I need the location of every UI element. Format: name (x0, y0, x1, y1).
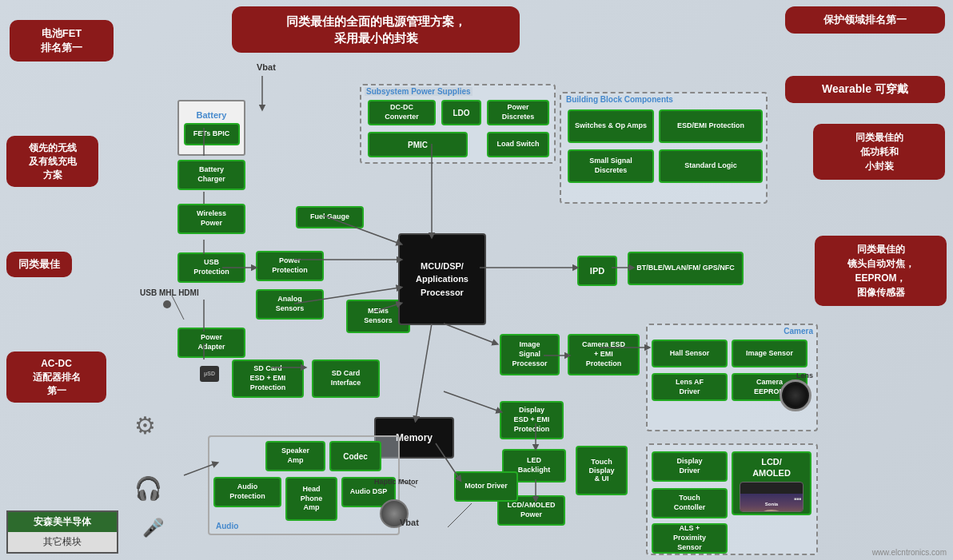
vbat-label-bottom: Vbat (400, 518, 419, 527)
load-switch: Load Switch (487, 132, 549, 157)
camera-label: Camera (784, 327, 813, 336)
connector-dot (163, 300, 171, 308)
camera-container: Camera Hall Sensor Image Sensor Lens AF … (646, 324, 818, 431)
headphone-icon: 🎧 (134, 475, 162, 502)
standard-logic: Standard Logic (659, 149, 763, 183)
battery-charger: Battery Charger (177, 160, 245, 190)
bt-ble-wlan: BT/BLE/WLAN/FM/ GPS/NFC (628, 252, 744, 285)
audio-protection: Audio Protection (213, 477, 281, 507)
callout-right-low: 同类最佳的低功耗和小封装 (813, 124, 945, 180)
usb-mhl-hdmi-label: USB MHL HDMI (140, 288, 199, 299)
haptic-motor-label: Haptic Motor (374, 478, 418, 486)
lcd-amoled: LCD/ AMOLED ■■■ Sonia (732, 451, 811, 515)
wireless-power: Wireless Power (177, 204, 245, 234)
hall-sensor: Hall Sensor (652, 340, 728, 367)
lens-label: Lens (796, 371, 813, 379)
speaker-amp: Speaker Amp (265, 441, 325, 471)
vbat-label-top: Vbat (257, 62, 276, 72)
diagram-container: 同类最佳的全面的电源管理方案， 采用最小的封装 保护领域排名第一 Wearabl… (0, 0, 953, 560)
building-block-container: Building Block Components Switches & Op … (560, 92, 768, 204)
audio-label: Audio (216, 522, 238, 530)
microsd-icon: μSD (200, 366, 219, 382)
pmic: PMIC (368, 132, 468, 157)
power-discretes: Power Discretes (487, 100, 549, 125)
svg-line-23 (172, 296, 184, 320)
image-sensor: Image Sensor (732, 340, 807, 367)
image-signal-processor: Image Signal Processor (500, 334, 560, 375)
svg-line-17 (416, 324, 432, 419)
subsystem-label: Subsystem Power Supplies (365, 87, 473, 96)
svg-line-13 (444, 324, 496, 344)
codec: Codec (329, 441, 381, 471)
display-esd-emi: Display ESD + EMI Protection (500, 401, 564, 439)
callout-top-right: 保护领域排名第一 (785, 6, 945, 34)
ipd-box: IPD (577, 256, 617, 286)
display-driver: Display Driver (652, 451, 728, 482)
mic-icon: 🎤 (142, 518, 164, 538)
head-phone-amp: Head Phone Amp (285, 477, 337, 521)
camera-lens-visual (780, 379, 811, 411)
callout-charging: 领先的无线及有线充电方案 (6, 136, 98, 187)
power-adapter: Power Adapter (177, 328, 245, 358)
touch-controller: Touch Contoller (652, 488, 728, 518)
audio-container: Speaker Amp Codec Audio Protection Head … (208, 435, 400, 535)
svg-line-26 (448, 503, 472, 527)
camera-esd-emi: Camera ESD + EMI Protection (568, 334, 640, 375)
fuel-gauge: Fuel Gauge (296, 206, 364, 228)
ldo: LDO (441, 100, 481, 125)
callout-top-center: 同类最佳的全面的电源管理方案， 采用最小的封装 (232, 6, 520, 53)
touch-display-container: Display Driver Touch Contoller ALS + Pro… (646, 443, 818, 555)
usb-protection: USB Protection (177, 252, 245, 283)
callout-acdc: AC-DC适配器排名第一 (6, 351, 106, 403)
esd-emi-protection-bb: ESD/EMI Protection (659, 109, 763, 143)
legend-line2: 其它模块 (8, 532, 117, 552)
callout-right-mid: 同类最佳的镜头自动对焦，EEPROM，图像传感器 (815, 236, 947, 306)
callout-wearable: Wearable 可穿戴 (785, 76, 945, 103)
callout-fet: 电池FET排名第一 (10, 20, 114, 62)
building-block-label: Building Block Components (564, 95, 675, 104)
callout-best: 同类最佳 (6, 252, 72, 277)
fets-bpic: FETs BPIC (184, 123, 240, 145)
subsystem-container: Subsystem Power Supplies DC-DC Converter… (360, 84, 556, 164)
gear-icon: ⚙ (134, 411, 156, 439)
switches-op-amps: Switches & Op Amps (568, 109, 654, 143)
legend-line1: 安森美半导体 (8, 512, 117, 532)
processor-box: MCU/DSP/ Applications Processor (398, 233, 486, 325)
svg-line-15 (444, 391, 500, 411)
battery-box: Battery FETs BPIC (177, 100, 245, 156)
motor-driver: Motor Driver (454, 471, 518, 502)
sd-card-esd: SD Card ESD + EMI Protection (232, 359, 304, 398)
touch-display-ui: Touch Display & UI (576, 446, 628, 495)
watermark: www.elcntronics.com (872, 548, 947, 557)
analog-sensors: Analog Sensors (256, 289, 324, 320)
legend: 安森美半导体 其它模块 (6, 510, 118, 554)
power-protection: Power Protection (256, 251, 324, 281)
small-signal-discretes: Small Signal Discretes (568, 149, 654, 183)
als-proximity: ALS + Proximity Sensor (652, 523, 728, 554)
dc-dc-converter: DC-DC Converter (368, 100, 436, 125)
lens-af-driver: Lens AF Driver (652, 373, 728, 401)
sd-card-interface: SD Card Interface (312, 359, 380, 398)
